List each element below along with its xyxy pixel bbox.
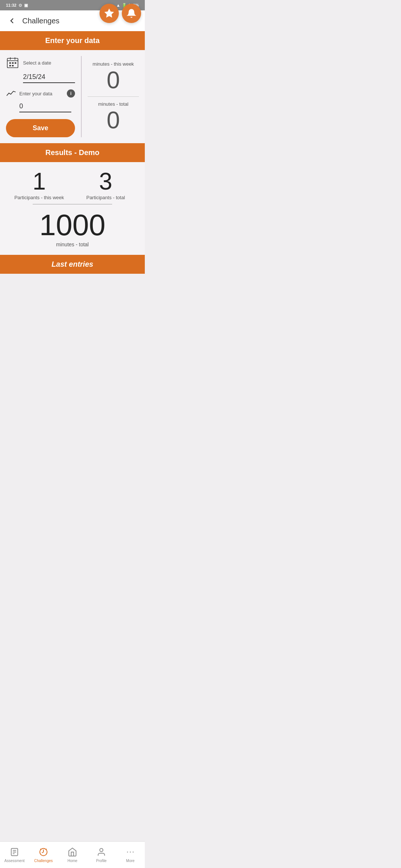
participants-row: 1 Participants - this week 3 Participant…	[6, 170, 139, 200]
calendar-icon	[6, 56, 19, 69]
app-header: Challenges	[0, 10, 145, 31]
svg-rect-8	[9, 65, 11, 66]
status-time: 11:32 ⊙ ▣	[6, 3, 28, 8]
participants-week-cell: 1 Participants - this week	[6, 170, 72, 200]
header-actions	[100, 4, 141, 23]
minutes-week-label: minutes - this week	[92, 61, 134, 67]
enter-data-right: minutes - this week 0 minutes - total 0	[82, 56, 139, 137]
enter-data-left: Select a date Enter your data i Save	[6, 56, 82, 137]
svg-rect-5	[9, 62, 11, 64]
total-minutes-label: minutes - total	[6, 241, 139, 247]
participants-week-value: 1	[6, 170, 72, 193]
minutes-total-label: minutes - total	[98, 101, 128, 107]
badge-button[interactable]	[100, 4, 119, 23]
enter-data-section: Select a date Enter your data i Save min…	[0, 50, 145, 143]
date-row: Select a date	[6, 56, 75, 69]
last-entries-header: Last entries	[0, 255, 145, 274]
participants-total-label: Participants - total	[72, 195, 139, 200]
data-entry-row: Enter your data i	[6, 88, 75, 99]
participants-total-cell: 3 Participants - total	[72, 170, 139, 200]
svg-rect-6	[12, 62, 14, 64]
svg-marker-0	[105, 9, 113, 17]
total-minutes-value: 1000	[6, 210, 139, 240]
minutes-total-value: 0	[107, 108, 120, 132]
save-button[interactable]: Save	[6, 119, 75, 137]
chart-icon	[6, 88, 16, 99]
participants-week-label: Participants - this week	[6, 195, 72, 200]
results-section: 1 Participants - this week 3 Participant…	[0, 162, 145, 255]
results-header: Results - Demo	[0, 143, 145, 162]
participants-total-value: 3	[72, 170, 139, 193]
svg-rect-7	[14, 62, 16, 64]
date-label: Select a date	[23, 60, 51, 66]
data-entry-label: Enter your data	[19, 91, 64, 96]
minutes-week-value: 0	[107, 68, 120, 92]
back-button[interactable]	[6, 15, 18, 27]
bell-button[interactable]	[122, 4, 141, 23]
enter-data-header: Enter your data	[0, 31, 145, 50]
stat-divider	[88, 96, 139, 97]
info-icon[interactable]: i	[67, 89, 75, 98]
data-entry-input[interactable]	[19, 101, 71, 112]
date-input[interactable]	[23, 72, 75, 83]
svg-rect-9	[12, 65, 14, 66]
results-divider	[33, 204, 113, 204]
